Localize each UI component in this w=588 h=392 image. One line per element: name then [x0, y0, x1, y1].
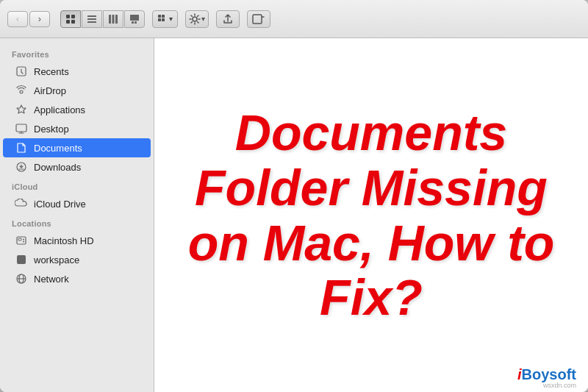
svg-rect-11: [132, 21, 134, 24]
overlay-container: Documents Folder Missing on Mac, How to …: [154, 38, 588, 392]
downloads-icon: [15, 160, 28, 174]
sidebar-item-label: AirDrop: [34, 85, 66, 96]
tag-button[interactable]: [247, 10, 270, 28]
content-area: Documents Folder Missing on Mac, How to …: [154, 38, 588, 392]
svg-rect-2: [66, 20, 70, 24]
svg-rect-3: [71, 20, 75, 24]
svg-rect-24: [18, 238, 21, 240]
sidebar-item-applications[interactable]: Applications: [3, 100, 151, 119]
finder-window: ‹ ›: [0, 0, 588, 392]
headline-text: Documents Folder Missing on Mac, How to …: [169, 105, 573, 325]
share-button[interactable]: [216, 10, 240, 28]
sidebar-item-label: workspace: [34, 254, 79, 266]
sidebar-item-label: Recents: [34, 66, 69, 77]
sidebar-item-label: Documents: [34, 143, 82, 154]
recents-icon: [15, 65, 28, 78]
list-icon: [87, 14, 97, 24]
svg-rect-18: [253, 15, 262, 24]
sidebar-item-documents[interactable]: Documents: [3, 138, 151, 157]
icloud-drive-icon: [15, 197, 28, 210]
back-button[interactable]: ‹: [7, 11, 28, 27]
toolbar: ‹ ›: [0, 0, 588, 38]
tag-icon: [252, 13, 265, 25]
sidebar-item-label: Macintosh HD: [34, 235, 94, 246]
svg-rect-1: [71, 15, 75, 18]
svg-rect-8: [112, 15, 115, 24]
svg-rect-9: [115, 15, 118, 24]
workspace-icon: [15, 253, 28, 266]
forward-icon: ›: [38, 13, 41, 24]
svg-rect-14: [162, 15, 165, 18]
desktop-icon: [15, 122, 28, 135]
sidebar-item-label: iCloud Drive: [34, 199, 86, 210]
svg-rect-13: [158, 15, 161, 18]
sidebar-item-recents[interactable]: Recents: [3, 62, 151, 81]
sidebar-item-workspace[interactable]: workspace: [3, 250, 151, 269]
grid-icon: [65, 14, 76, 24]
brand-name: Boysoft: [522, 366, 576, 382]
svg-rect-6: [87, 21, 96, 23]
sidebar-item-downloads[interactable]: Downloads: [3, 157, 151, 177]
sidebar-item-macintosh-hd[interactable]: Macintosh HD: [3, 231, 151, 250]
brand-logo: iBoysoft: [517, 366, 576, 383]
svg-point-26: [23, 241, 24, 243]
favorites-section-label: Favorites: [0, 44, 154, 62]
column-icon: [108, 14, 118, 24]
svg-rect-4: [87, 15, 96, 17]
view-icon-button[interactable]: [60, 10, 81, 28]
arrange-button[interactable]: ▾: [152, 10, 178, 28]
svg-rect-16: [162, 18, 165, 21]
view-cover-button[interactable]: [124, 10, 145, 28]
chevron-down-icon2: ▾: [201, 15, 205, 23]
svg-rect-21: [16, 124, 26, 132]
chevron-down-icon: ▾: [169, 15, 173, 23]
locations-section-label: Locations: [0, 213, 154, 231]
icloud-section-label: iCloud: [0, 177, 154, 194]
svg-point-20: [20, 90, 23, 93]
airdrop-icon: [15, 84, 28, 97]
svg-rect-15: [158, 18, 161, 21]
forward-button[interactable]: ›: [29, 11, 50, 27]
svg-point-17: [193, 17, 197, 21]
share-icon: [222, 13, 234, 25]
cover-icon: [129, 14, 140, 24]
network-icon: [15, 272, 28, 285]
documents-icon: [15, 141, 28, 154]
view-buttons: [60, 10, 145, 28]
sidebar-item-label: Network: [34, 274, 69, 285]
watermark-text: wsxdn.com: [543, 382, 576, 389]
svg-rect-0: [66, 15, 70, 18]
sidebar-item-icloud-drive[interactable]: iCloud Drive: [3, 194, 151, 213]
sidebar-item-label: Desktop: [34, 124, 69, 135]
svg-rect-12: [135, 21, 137, 24]
svg-point-25: [23, 239, 24, 240]
nav-buttons: ‹ ›: [7, 11, 50, 27]
sidebar-item-airdrop[interactable]: AirDrop: [3, 81, 151, 100]
sidebar-item-label: Downloads: [34, 162, 81, 173]
back-icon: ‹: [16, 13, 19, 24]
view-column-button[interactable]: [103, 10, 123, 28]
sidebar-item-label: Applications: [34, 104, 85, 115]
sidebar-item-desktop[interactable]: Desktop: [3, 119, 151, 138]
arrange-icon: [157, 14, 168, 24]
svg-rect-5: [87, 18, 96, 20]
applications-icon: [15, 103, 28, 116]
gear-icon: [189, 13, 201, 25]
svg-rect-10: [130, 15, 139, 21]
svg-rect-7: [109, 15, 111, 24]
svg-rect-27: [17, 255, 26, 264]
action-button[interactable]: ▾: [185, 10, 209, 28]
view-list-button[interactable]: [82, 10, 102, 28]
macintosh-hd-icon: [15, 234, 28, 247]
sidebar: Favorites Recents: [0, 38, 154, 392]
main-area: Favorites Recents: [0, 38, 588, 392]
sidebar-item-network[interactable]: Network: [3, 269, 151, 288]
